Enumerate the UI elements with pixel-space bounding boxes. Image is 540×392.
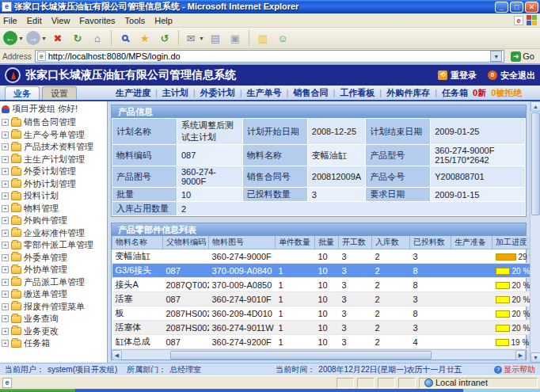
expand-icon[interactable]: +	[2, 181, 9, 188]
sidebar-item-6[interactable]: +投料计划	[2, 190, 107, 203]
address-dropdown-icon[interactable]: ▼	[490, 51, 502, 62]
expand-icon[interactable]: +	[2, 254, 9, 261]
table-row[interactable]: 活塞体2087HS002360-274-9011W11032320 %	[112, 321, 530, 335]
page-vertical-scrollbar[interactable]: ▲ ▼	[530, 101, 540, 363]
expand-icon[interactable]: +	[2, 303, 9, 310]
back-button[interactable]: ←▼	[3, 29, 24, 47]
taskbar-tasks[interactable]	[75, 389, 463, 392]
stop-button[interactable]: ✖	[49, 29, 67, 47]
nav-item-3[interactable]: 生产单号	[247, 87, 282, 99]
expand-icon[interactable]: +	[2, 192, 9, 200]
url-input[interactable]	[48, 51, 489, 61]
sidebar-item-9[interactable]: +企业标准件管理	[2, 227, 107, 240]
column-header[interactable]: 批量	[315, 236, 339, 249]
tab-settings[interactable]: 设置	[42, 86, 77, 100]
messenger-button[interactable]: ☺	[274, 29, 291, 47]
column-header[interactable]: 物料名称	[112, 236, 163, 249]
column-header[interactable]: 生产准备	[451, 236, 492, 249]
expand-icon[interactable]: +	[2, 291, 9, 298]
nav-item-5[interactable]: 工作看板	[340, 87, 375, 99]
parts-horizontal-scrollbar[interactable]: ◀ ▶	[112, 349, 526, 360]
nav-item-4[interactable]: 销售合同	[293, 87, 328, 99]
address-field[interactable]: e ▼	[35, 50, 505, 63]
nav-item-1[interactable]: 主计划	[162, 87, 188, 99]
show-help-link[interactable]: ? 显示帮助	[494, 364, 535, 375]
expand-icon[interactable]: +	[2, 242, 9, 249]
column-header[interactable]: 已投料数	[410, 236, 451, 249]
history-button[interactable]: ↺	[156, 29, 173, 47]
sidebar-item-5[interactable]: +外协计划管理	[2, 178, 107, 191]
table-row[interactable]: 活塞087360-274-9010F11032320 %	[112, 292, 530, 306]
expand-icon[interactable]: +	[2, 217, 9, 224]
favorites-button[interactable]: ★	[136, 29, 154, 47]
expand-icon[interactable]: +	[2, 131, 9, 139]
tab-business[interactable]: 业务	[5, 86, 40, 100]
column-header[interactable]: 单件数量	[276, 236, 315, 249]
column-header[interactable]: 开工数	[339, 236, 372, 249]
sidebar-item-14[interactable]: +缴送单管理	[2, 288, 107, 301]
sidebar-item-8[interactable]: +外购件管理	[2, 215, 107, 227]
sidebar-item-15[interactable]: +报废件管理菜单	[2, 301, 107, 314]
sidebar-item-11[interactable]: +外委单管理	[2, 252, 107, 265]
expand-icon[interactable]: +	[2, 340, 9, 347]
expand-icon[interactable]: +	[2, 315, 9, 322]
menu-item-file[interactable]: File	[3, 16, 17, 25]
menu-item-favorites[interactable]: Favorites	[79, 16, 115, 25]
sidebar-item-18[interactable]: +任务箱	[2, 337, 107, 350]
maximize-button[interactable]: □	[510, 2, 523, 13]
rejected-tasks-badge[interactable]: 0被拒绝	[491, 87, 522, 99]
column-header[interactable]: 物料图号	[209, 236, 276, 249]
sidebar-item-10[interactable]: +零部件派工单管理	[2, 239, 107, 252]
forward-button[interactable]: →▼	[26, 29, 47, 47]
home-button[interactable]: ⌂	[89, 29, 106, 47]
discuss-button[interactable]: ▥	[254, 29, 272, 47]
expand-icon[interactable]: +	[2, 168, 9, 175]
table-row[interactable]: 变幅油缸360-274-9000F1032329 %	[112, 249, 530, 264]
expand-icon[interactable]: +	[2, 205, 9, 212]
menu-item-tools[interactable]: Tools	[125, 16, 146, 25]
column-header[interactable]: 加工进度	[492, 236, 530, 249]
sidebar-item-13[interactable]: +产品派工单管理	[2, 276, 107, 289]
sidebar-item-0[interactable]: +销售合同管理	[2, 116, 107, 129]
menu-item-help[interactable]: Help	[154, 16, 173, 25]
close-button[interactable]: ✕	[525, 2, 538, 13]
minimize-button[interactable]: _	[495, 2, 508, 13]
start-button[interactable]	[0, 389, 75, 392]
sidebar-item-1[interactable]: +生产令号单管理	[2, 129, 107, 142]
windows-taskbar[interactable]	[0, 389, 540, 392]
table-row[interactable]: G3/6接头087370-009-A084011032820 %	[112, 264, 530, 278]
nav-item-2[interactable]: 外委计划	[200, 87, 235, 99]
nav-item-6[interactable]: 外购件库存	[386, 87, 430, 99]
expand-icon[interactable]: +	[2, 143, 9, 150]
search-button[interactable]	[116, 29, 134, 47]
table-row[interactable]: 板2087HS002360-209-4D01011032820 %	[112, 306, 530, 321]
sidebar-item-16[interactable]: +业务查询	[2, 313, 107, 325]
sidebar-item-2[interactable]: +产品技术资料管理	[2, 141, 107, 154]
logout-button[interactable]: 0 安全退出	[488, 70, 535, 82]
sidebar-item-7[interactable]: +物料管理	[2, 203, 107, 215]
expand-icon[interactable]: +	[2, 328, 9, 335]
menu-item-view[interactable]: View	[51, 16, 70, 25]
mail-button[interactable]: ✉▼	[184, 29, 204, 47]
sidebar-item-17[interactable]: +业务更改	[2, 325, 107, 338]
relogin-button[interactable]: ⟲ 重登录	[438, 70, 477, 82]
expand-icon[interactable]: +	[2, 279, 9, 286]
menu-item-edit[interactable]: Edit	[27, 16, 42, 25]
table-row[interactable]: 缸体总成087360-274-9200F11032419 %	[112, 335, 530, 349]
sidebar-item-12[interactable]: +外协单管理	[2, 264, 107, 276]
edit-button[interactable]: ▣	[226, 29, 244, 47]
expand-icon[interactable]: +	[2, 156, 9, 163]
column-header[interactable]: 父物料编码	[163, 236, 209, 249]
go-button[interactable]: ➜ Go	[508, 50, 538, 63]
new-tasks-badge[interactable]: 0新	[473, 87, 486, 99]
nav-item-7[interactable]: 任务箱	[442, 87, 468, 99]
column-header[interactable]: 入库数	[372, 236, 410, 249]
nav-item-0[interactable]: 生产进度	[116, 87, 150, 99]
expand-icon[interactable]: +	[2, 266, 9, 273]
sidebar-item-4[interactable]: +外委计划管理	[2, 166, 107, 178]
expand-icon[interactable]: +	[2, 230, 9, 237]
table-row[interactable]: 接头A2087QT002370-009-A085011032820 %	[112, 278, 530, 292]
sidebar-item-3[interactable]: +主生产计划管理	[2, 154, 107, 166]
print-button[interactable]: ▤	[207, 29, 224, 47]
expand-icon[interactable]: +	[2, 119, 9, 126]
